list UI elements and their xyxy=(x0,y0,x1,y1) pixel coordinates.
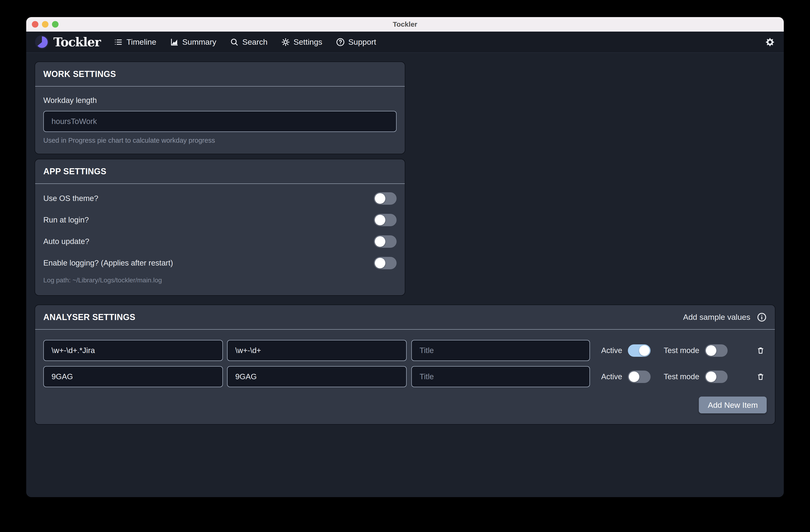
work-settings-card: WORK SETTINGS Workday length Used in Pro… xyxy=(35,62,405,154)
setting-row-os-theme: Use OS theme? xyxy=(43,188,396,209)
setting-row-run-at-login: Run at login? xyxy=(43,209,396,231)
tockler-logo-icon xyxy=(35,35,49,49)
take-pattern-input[interactable] xyxy=(227,366,407,387)
analyser-header-actions: Add sample values xyxy=(683,312,767,322)
chart-icon xyxy=(170,38,179,47)
test-mode-toggle[interactable] xyxy=(705,344,728,357)
minimize-window-button[interactable] xyxy=(42,21,48,28)
active-label: Active xyxy=(601,346,622,355)
settings-page: WORK SETTINGS Workday length Used in Pro… xyxy=(26,53,784,497)
active-label: Active xyxy=(601,372,622,381)
setting-row-auto-update: Auto update? xyxy=(43,231,396,252)
nav-summary[interactable]: Summary xyxy=(170,37,216,47)
fullscreen-window-button[interactable] xyxy=(52,21,59,28)
auto-update-label: Auto update? xyxy=(43,237,89,246)
toggle-thumb xyxy=(375,215,385,225)
title-input[interactable] xyxy=(411,366,590,387)
enable-logging-label: Enable logging? (Applies after restart) xyxy=(43,259,173,267)
run-at-login-toggle[interactable] xyxy=(374,214,396,226)
analyser-settings-header: ANALYSER SETTINGS Add sample values xyxy=(35,305,775,330)
analyser-settings-card: ANALYSER SETTINGS Add sample values xyxy=(35,304,775,425)
active-toggle[interactable] xyxy=(628,370,651,383)
app-settings-card: APP SETTINGS Use OS theme? Run at login?… xyxy=(35,159,405,296)
main-navbar: Tockler Timeline Summary xyxy=(26,32,784,53)
nav-label: Search xyxy=(242,37,268,47)
app-window: Tockler Tockler Timeline xyxy=(26,17,784,497)
run-at-login-label: Run at login? xyxy=(43,215,89,225)
delete-row-button[interactable] xyxy=(756,346,765,355)
log-path-text: Log path: ~/Library/Logs/tockler/main.lo… xyxy=(43,277,396,284)
gear-icon xyxy=(281,38,290,47)
test-mode-label: Test mode xyxy=(664,346,699,355)
trash-icon xyxy=(756,372,765,381)
nav-label: Timeline xyxy=(126,37,156,47)
toggle-thumb xyxy=(639,345,650,356)
toggle-thumb xyxy=(629,371,639,382)
app-settings-body: Use OS theme? Run at login? Auto update?… xyxy=(35,184,405,295)
find-pattern-input[interactable] xyxy=(43,366,223,387)
add-new-item-button[interactable]: Add New Item xyxy=(699,397,767,413)
close-window-button[interactable] xyxy=(32,21,38,28)
test-mode-toggle[interactable] xyxy=(705,370,728,383)
title-input[interactable] xyxy=(411,340,590,361)
nav-label: Summary xyxy=(182,37,216,47)
toggle-thumb xyxy=(375,193,385,204)
os-theme-label: Use OS theme? xyxy=(43,194,98,203)
delete-row-button[interactable] xyxy=(756,372,765,381)
test-mode-label: Test mode xyxy=(664,372,699,381)
auto-update-toggle[interactable] xyxy=(374,235,396,248)
trash-icon xyxy=(756,346,765,355)
os-theme-toggle[interactable] xyxy=(374,192,396,205)
workday-length-label: Workday length xyxy=(43,96,396,105)
analyser-footer: Add New Item xyxy=(43,397,767,413)
take-pattern-input[interactable] xyxy=(227,340,407,361)
find-pattern-input[interactable] xyxy=(43,340,223,361)
window-title: Tockler xyxy=(393,20,417,28)
brand-wordmark: Tockler xyxy=(53,35,100,49)
workday-helper-text: Used in Progress pie chart to calculate … xyxy=(43,137,396,144)
card-title: APP SETTINGS xyxy=(43,167,106,177)
workday-length-input[interactable] xyxy=(43,111,396,132)
nav-label: Support xyxy=(349,37,376,47)
work-settings-header: WORK SETTINGS xyxy=(35,62,405,86)
window-controls xyxy=(32,17,59,32)
card-title: ANALYSER SETTINGS xyxy=(43,312,135,322)
analyser-row: Active Test mode xyxy=(43,366,767,387)
info-icon[interactable] xyxy=(757,312,767,322)
work-settings-body: Workday length Used in Progress pie char… xyxy=(35,86,405,154)
enable-logging-toggle[interactable] xyxy=(374,257,396,269)
app-settings-header: APP SETTINGS xyxy=(35,159,405,184)
nav-support[interactable]: Support xyxy=(336,37,376,47)
add-sample-values-link[interactable]: Add sample values xyxy=(683,313,750,322)
list-icon xyxy=(114,38,123,47)
toggle-thumb xyxy=(706,345,716,356)
titlebar[interactable]: Tockler xyxy=(26,17,784,32)
nav-label: Settings xyxy=(294,37,322,47)
help-icon xyxy=(336,38,345,47)
toggle-thumb xyxy=(375,258,385,268)
analyser-settings-body: Active Test mode xyxy=(35,330,775,424)
active-toggle[interactable] xyxy=(628,344,651,357)
search-icon xyxy=(230,38,239,47)
setting-row-enable-logging: Enable logging? (Applies after restart) xyxy=(43,252,396,274)
card-title: WORK SETTINGS xyxy=(43,69,116,79)
nav-timeline[interactable]: Timeline xyxy=(114,37,156,47)
analyser-row: Active Test mode xyxy=(43,340,767,361)
nav-search[interactable]: Search xyxy=(230,37,268,47)
desktop-background: Tockler Tockler Timeline xyxy=(0,0,810,532)
nav-settings[interactable]: Settings xyxy=(281,37,322,47)
tray-gear-icon[interactable] xyxy=(765,37,775,48)
toggle-thumb xyxy=(706,371,716,382)
toggle-thumb xyxy=(375,236,385,247)
